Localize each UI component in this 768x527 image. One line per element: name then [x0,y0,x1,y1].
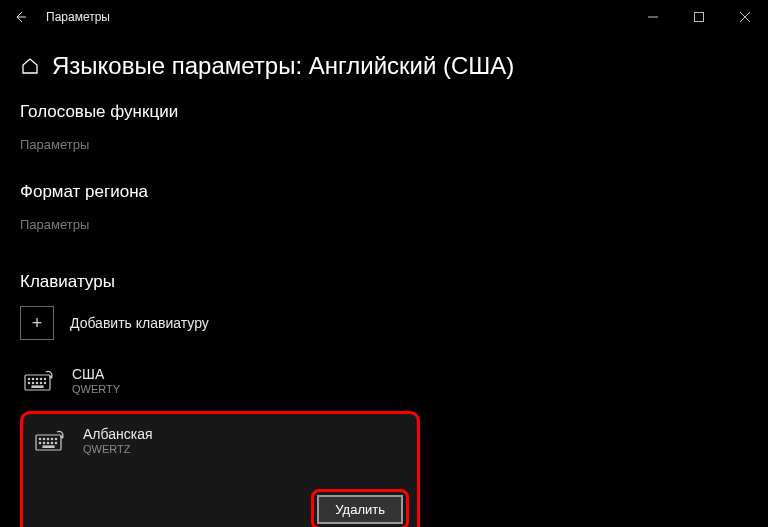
arrow-left-icon [12,9,28,25]
add-keyboard-button[interactable]: + Добавить клавиатуру [20,306,748,340]
svg-rect-12 [32,386,43,387]
keyboard-item[interactable]: Албанская QWERTZ [31,424,409,457]
keyboard-item[interactable]: США QWERTY [20,360,748,401]
remove-button-highlight: Удалить [311,489,409,527]
svg-rect-0 [695,13,704,22]
home-icon [21,57,39,75]
add-keyboard-label: Добавить клавиатуру [70,315,209,331]
window-controls [630,1,768,33]
svg-point-26 [61,436,63,438]
svg-rect-25 [43,446,54,447]
titlebar-left: Параметры [8,5,110,29]
svg-point-24 [55,442,56,443]
keyboard-icon [33,429,67,453]
home-button[interactable] [20,56,40,76]
svg-point-13 [50,376,52,378]
app-title: Параметры [46,10,110,24]
svg-point-3 [32,378,33,379]
minimize-icon [648,12,658,22]
region-section-heading: Формат региона [20,182,748,202]
keyboard-name: Албанская [83,426,153,442]
voice-options-link[interactable]: Параметры [20,137,89,152]
svg-point-18 [51,438,52,439]
close-button[interactable] [722,1,768,33]
keyboard-layout: QWERTZ [83,443,153,455]
page-header: Языковые параметры: Английский (США) [20,52,748,80]
page-title: Языковые параметры: Английский (США) [52,52,514,80]
svg-point-23 [51,442,52,443]
svg-point-21 [43,442,44,443]
keyboard-item-text: США QWERTY [72,366,120,395]
svg-point-15 [39,438,40,439]
content-area: Языковые параметры: Английский (США) Гол… [0,34,768,527]
svg-point-20 [39,442,40,443]
keyboards-section: Клавиатуры + Добавить клавиатуру США QWE… [20,272,748,527]
svg-point-10 [40,382,41,383]
svg-point-8 [32,382,33,383]
maximize-button[interactable] [676,1,722,33]
keyboard-name: США [72,366,120,382]
region-options-link[interactable]: Параметры [20,217,89,232]
keyboard-icon [22,369,56,393]
svg-point-22 [47,442,48,443]
svg-point-5 [40,378,41,379]
svg-point-6 [44,378,45,379]
keyboards-section-heading: Клавиатуры [20,272,748,292]
titlebar: Параметры [0,0,768,34]
svg-point-17 [47,438,48,439]
svg-point-4 [36,378,37,379]
keyboard-item-actions: Удалить [31,489,409,527]
minimize-button[interactable] [630,1,676,33]
back-button[interactable] [8,5,32,29]
svg-point-2 [28,378,29,379]
remove-button[interactable]: Удалить [317,495,403,524]
plus-icon: + [20,306,54,340]
svg-point-19 [55,438,56,439]
svg-point-11 [44,382,45,383]
keyboard-item-expanded: Албанская QWERTZ Удалить [20,411,420,527]
voice-section-heading: Голосовые функции [20,102,748,122]
maximize-icon [694,12,704,22]
close-icon [740,12,750,22]
svg-point-16 [43,438,44,439]
keyboard-layout: QWERTY [72,383,120,395]
svg-point-7 [28,382,29,383]
keyboard-item-text: Албанская QWERTZ [83,426,153,455]
svg-point-9 [36,382,37,383]
